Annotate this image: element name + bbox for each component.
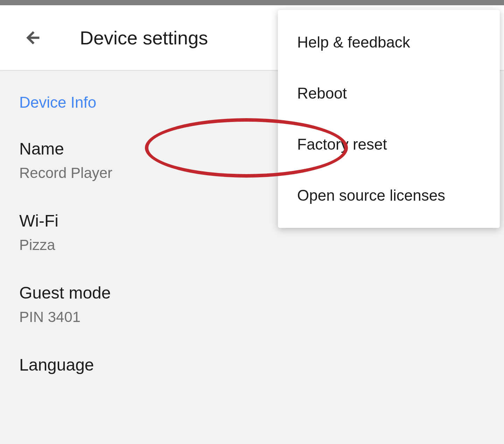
menu-item-reboot[interactable]: Reboot	[278, 68, 500, 119]
page-title: Device settings	[80, 27, 208, 49]
menu-item-open-source[interactable]: Open source licenses	[278, 170, 500, 221]
settings-item-guest-mode[interactable]: Guest mode PIN 3401	[19, 283, 485, 325]
settings-item-label: Guest mode	[19, 283, 485, 302]
settings-item-label: Language	[19, 355, 485, 374]
menu-item-help-feedback[interactable]: Help & feedback	[278, 17, 500, 68]
overflow-menu: Help & feedback Reboot Factory reset Ope…	[278, 10, 500, 228]
settings-item-value: Pizza	[19, 237, 485, 253]
settings-item-value: PIN 3401	[19, 309, 485, 325]
back-button[interactable]	[24, 29, 42, 47]
back-arrow-icon	[24, 29, 42, 47]
status-bar	[0, 0, 504, 5]
menu-item-factory-reset[interactable]: Factory reset	[278, 119, 500, 170]
settings-item-language[interactable]: Language	[19, 355, 485, 374]
